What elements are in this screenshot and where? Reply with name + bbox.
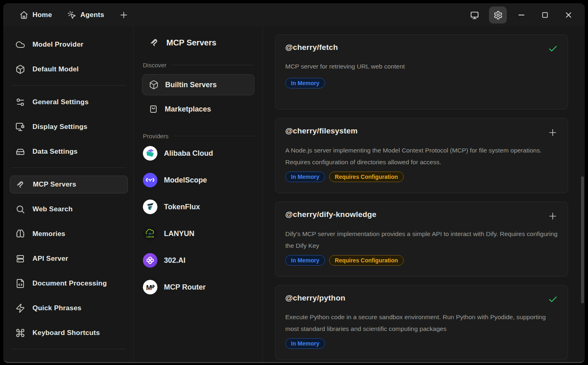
sidebar-label: API Server xyxy=(32,255,68,263)
provider-modelscope[interactable]: ModelScope xyxy=(143,172,254,188)
svg-text:LANYUN: LANYUN xyxy=(146,236,154,238)
badge-row: In Memory xyxy=(285,78,558,88)
package-icon xyxy=(149,80,159,90)
divider xyxy=(173,136,254,136)
mcp-icon xyxy=(149,37,160,48)
provider-mcp-router[interactable]: M MCP Router xyxy=(143,279,254,295)
server-description: Dify's MCP server implementation provide… xyxy=(285,228,558,249)
sidebar-item-keyboard-shortcuts[interactable]: Keyboard Shortcuts xyxy=(10,324,128,342)
gear-icon xyxy=(493,11,503,20)
badge-row: In Memory Requires Configuration xyxy=(285,255,558,266)
server-card-fetch[interactable]: @cherry/fetch MCP server for retrieving … xyxy=(275,34,568,110)
minimize-button[interactable] xyxy=(513,6,530,24)
minimize-icon xyxy=(517,11,526,19)
mcp-panel: MCP Servers Discover Builtin Servers Mar… xyxy=(134,27,263,362)
sidebar-label: Quick Phrases xyxy=(32,304,82,312)
sidebar-item-general-settings[interactable]: General Settings xyxy=(10,93,128,111)
sidebar-item-memories[interactable]: Memories xyxy=(10,225,128,243)
section-label-text: Discover xyxy=(143,62,166,69)
mcp-router-logo: M xyxy=(143,280,157,294)
tab-agents[interactable]: Agents xyxy=(62,7,110,23)
provider-name: 302.AI xyxy=(164,256,185,265)
sidebar-item-web-search[interactable]: Web Search xyxy=(10,200,128,218)
sidebar-item-document-processing[interactable]: Document Processing xyxy=(10,275,128,292)
svg-text:iio: iio xyxy=(149,232,152,235)
close-button[interactable] xyxy=(560,6,577,24)
sidebar-label: Memories xyxy=(32,230,65,238)
agents-pointer-icon xyxy=(67,11,76,19)
section-discover: Discover xyxy=(143,62,254,69)
provider-name: MCP Router xyxy=(164,283,206,292)
add-server-button[interactable] xyxy=(547,211,558,223)
vertical-scrollbar[interactable] xyxy=(581,176,584,303)
provider-tokenflux[interactable]: TokenFlux xyxy=(143,199,254,215)
provider-name: Alibaba Cloud xyxy=(164,149,213,158)
display-mode-button[interactable] xyxy=(465,6,483,24)
app-window-icon xyxy=(15,361,25,362)
tab-home-label: Home xyxy=(32,11,52,19)
panel-item-marketplaces[interactable]: Marketplaces xyxy=(142,99,254,120)
sidebar-label: Keyboard Shortcuts xyxy=(32,329,100,337)
shopping-bag-icon xyxy=(149,104,158,114)
provider-302ai[interactable]: 302.AI xyxy=(143,252,254,268)
server-icon xyxy=(15,254,25,264)
plus-icon xyxy=(547,127,558,138)
sidebar-item-mcp-servers[interactable]: MCP Servers xyxy=(10,176,128,193)
search-icon xyxy=(15,204,25,214)
server-name: @cherry/python xyxy=(285,294,345,303)
divider xyxy=(11,349,126,349)
server-list: @cherry/fetch MCP server for retrieving … xyxy=(263,27,585,362)
sidebar-item-data-settings[interactable]: Data Settings xyxy=(10,143,128,161)
server-card-filesystem[interactable]: @cherry/filesystem A Node.js server impl… xyxy=(275,118,568,193)
hard-drive-icon xyxy=(15,147,25,157)
server-name: @cherry/filesystem xyxy=(285,127,358,135)
tab-home[interactable]: Home xyxy=(14,7,58,23)
app-window: Home Agents xyxy=(3,3,585,363)
lanyun-logo: iioLANYUN xyxy=(143,226,157,241)
badge-requires-configuration: Requires Configuration xyxy=(329,172,404,182)
sidebar-label: MCP Servers xyxy=(33,180,76,189)
sidebar-item-api-server[interactable]: API Server xyxy=(10,250,128,268)
badge-row: In Memory Requires Configuration xyxy=(285,172,558,182)
panel-item-builtin-servers[interactable]: Builtin Servers xyxy=(142,74,254,95)
sidebar-item-model-provider[interactable]: Model Provider xyxy=(10,36,128,54)
modelscope-logo xyxy=(143,173,157,187)
sidebar-label: Data Settings xyxy=(32,148,78,156)
sidebar-label: Display Settings xyxy=(32,123,87,131)
divider xyxy=(171,65,254,65)
installed-check-icon xyxy=(548,44,558,56)
provider-name: LANYUN xyxy=(164,230,194,238)
mcp-icon xyxy=(16,180,26,189)
provider-alibaba-cloud[interactable]: Alibaba Cloud xyxy=(143,145,254,161)
settings-button[interactable] xyxy=(489,6,507,24)
maximize-button[interactable] xyxy=(536,6,554,24)
new-tab-button[interactable] xyxy=(114,7,134,23)
badge-in-memory: In Memory xyxy=(285,172,325,182)
installed-check-icon xyxy=(548,294,558,306)
command-icon xyxy=(15,328,25,338)
home-icon xyxy=(19,11,28,19)
brain-icon xyxy=(15,229,25,239)
tokenflux-logo xyxy=(143,200,157,214)
tab-agents-label: Agents xyxy=(80,11,104,19)
window-controls xyxy=(465,6,577,24)
302ai-logo xyxy=(143,253,157,268)
server-card-python[interactable]: @cherry/python Execute Python code in a … xyxy=(275,285,568,360)
add-server-button[interactable] xyxy=(547,127,558,140)
server-description: MCP server for retrieving URL web conten… xyxy=(285,60,558,72)
sidebar-item-default-model[interactable]: Default Model xyxy=(10,60,128,78)
badge-requires-configuration: Requires Configuration xyxy=(329,255,404,266)
provider-lanyun[interactable]: iioLANYUN LANYUN xyxy=(143,225,254,242)
sidebar-label: Document Processing xyxy=(32,279,107,288)
sidebar-item-quick-assistant[interactable]: Quick Assistant xyxy=(10,357,128,362)
sidebar-item-quick-phrases[interactable]: Quick Phrases xyxy=(10,299,128,317)
badge-in-memory: In Memory xyxy=(285,255,325,266)
section-providers: Providers xyxy=(143,133,254,140)
server-card-dify-knowledge[interactable]: @cherry/dify-knowledge Dify's MCP server… xyxy=(275,202,568,277)
sidebar-item-display-settings[interactable]: Display Settings xyxy=(10,118,128,136)
sliders-icon xyxy=(15,97,25,107)
close-icon xyxy=(564,11,573,19)
server-name: @cherry/fetch xyxy=(285,43,338,52)
badge-in-memory: In Memory xyxy=(285,338,325,349)
sidebar-label: Quick Assistant xyxy=(32,362,86,362)
